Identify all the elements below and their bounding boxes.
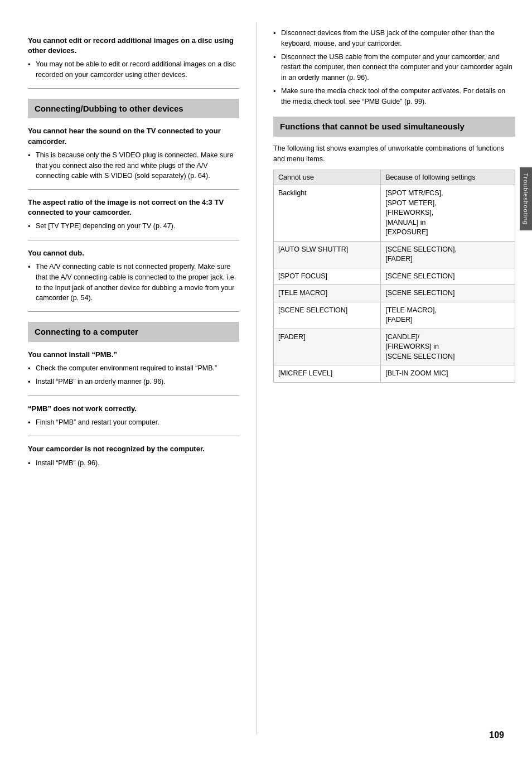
bullet-icon: • <box>28 363 36 374</box>
section-connecting-computer: Connecting to a computer You cannot inst… <box>28 322 239 469</box>
divider <box>28 88 239 89</box>
top-bullets: • Disconnect devices from the USB jack o… <box>273 28 515 107</box>
divider <box>28 311 239 312</box>
connecting-computer-header: Connecting to a computer <box>28 322 239 342</box>
sidebar-label: Troubleshooting <box>520 167 532 230</box>
table-row: [SPOT FOCUS][SCENE SELECTION] <box>274 268 515 285</box>
list-item: • Disconnect the USB cable from the comp… <box>273 52 515 83</box>
list-item: • The A/V connecting cable is not connec… <box>28 262 239 303</box>
table-row: [AUTO SLW SHUTTR][SCENE SELECTION],[FADE… <box>274 241 515 268</box>
cannot-hear-sound-header: You cannot hear the sound on the TV conn… <box>28 126 239 146</box>
table-row: [TELE MACRO][SCENE SELECTION] <box>274 285 515 302</box>
cannot-dub-header: You cannot dub. <box>28 248 239 258</box>
table-col2-header: Because of following settings <box>381 170 515 185</box>
because-cell: [CANDLE]/[FIREWORKS] in[SCENE SELECTION] <box>381 329 515 365</box>
page: You cannot edit or record additional ima… <box>0 0 532 757</box>
because-cell: [SCENE SELECTION] <box>381 268 515 285</box>
bullet-icon: • <box>273 28 281 39</box>
section-cannot-edit-header: You cannot edit or record additional ima… <box>28 36 239 56</box>
list-item: • Install “PMB” (p. 96). <box>28 458 239 469</box>
cannot-use-cell: [SPOT FOCUS] <box>274 268 381 285</box>
table-row: [MICREF LEVEL][BLT-IN ZOOM MIC] <box>274 365 515 383</box>
functions-intro: The following list shows examples of unw… <box>273 143 515 165</box>
because-cell: [SCENE SELECTION] <box>381 285 515 302</box>
bullet-icon: • <box>28 458 36 469</box>
table-row: [SCENE SELECTION][TELE MACRO],[FADER] <box>274 302 515 329</box>
list-item: • Disconnect devices from the USB jack o… <box>273 28 515 49</box>
bullet-icon: • <box>28 150 36 161</box>
cannot-use-cell: [TELE MACRO] <box>274 285 381 302</box>
page-number: 109 <box>489 730 504 740</box>
table-row: Backlight[SPOT MTR/FCS],[SPOT METER],[FI… <box>274 185 515 242</box>
section-functions: Functions that cannot be used simultaneo… <box>273 117 515 383</box>
section-connecting-dubbing: Connecting/Dubbing to other devices You … <box>28 99 239 303</box>
divider <box>28 189 239 190</box>
cannot-use-cell: [AUTO SLW SHUTTR] <box>274 241 381 268</box>
list-item: • Set [TV TYPE] depending on your TV (p.… <box>28 221 239 232</box>
because-cell: [TELE MACRO],[FADER] <box>381 302 515 329</box>
list-item: • Finish “PMB” and restart your computer… <box>28 417 239 428</box>
right-column: • Disconnect devices from the USB jack o… <box>257 22 532 735</box>
table-row: [FADER][CANDLE]/[FIREWORKS] in[SCENE SEL… <box>274 329 515 365</box>
bullet-icon: • <box>273 86 281 97</box>
because-cell: [BLT-IN ZOOM MIC] <box>381 365 515 383</box>
section-cannot-edit: You cannot edit or record additional ima… <box>28 36 239 80</box>
because-cell: [SCENE SELECTION],[FADER] <box>381 241 515 268</box>
list-item: • Install “PMB” in an orderly manner (p.… <box>28 377 239 388</box>
functions-table: Cannot use Because of following settings… <box>273 170 515 383</box>
bullet-icon: • <box>28 417 36 428</box>
left-column: You cannot edit or record additional ima… <box>0 22 257 735</box>
divider <box>28 436 239 436</box>
bullet-icon: • <box>273 52 281 63</box>
list-item: • Check the computer environment require… <box>28 363 239 374</box>
pmb-not-work-header: “PMB” does not work correctly. <box>28 404 239 414</box>
functions-header: Functions that cannot be used simultaneo… <box>273 117 515 137</box>
cannot-use-cell: [SCENE SELECTION] <box>274 302 381 329</box>
list-item: • Make sure the media check tool of the … <box>273 86 515 107</box>
bullet-icon: • <box>28 377 36 388</box>
aspect-ratio-header: The aspect ratio of the image is not cor… <box>28 197 239 218</box>
divider <box>28 240 239 240</box>
list-item: • You may not be able to edit or record … <box>28 59 239 80</box>
connecting-dubbing-header: Connecting/Dubbing to other devices <box>28 99 239 119</box>
table-col1-header: Cannot use <box>274 170 381 185</box>
bullet-icon: • <box>28 262 36 273</box>
cannot-use-cell: [MICREF LEVEL] <box>274 365 381 383</box>
camcorder-not-recognized-header: Your camcorder is not recognized by the … <box>28 444 239 454</box>
cannot-use-cell: [FADER] <box>274 329 381 365</box>
bullet-icon: • <box>28 221 36 232</box>
because-cell: [SPOT MTR/FCS],[SPOT METER],[FIREWORKS],… <box>381 185 515 242</box>
bullet-icon: • <box>28 59 36 70</box>
cannot-install-pmb-header: You cannot install “PMB.” <box>28 350 239 360</box>
list-item: • This is because only the S VIDEO plug … <box>28 150 239 181</box>
cannot-use-cell: Backlight <box>274 185 381 242</box>
divider <box>28 396 239 396</box>
